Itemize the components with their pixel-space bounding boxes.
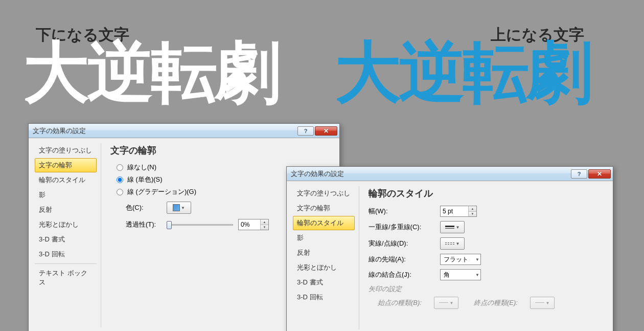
text-effects-dialog-style: 文字の効果の設定 ? ✕ 文字の塗りつぶし 文字の輪郭 輪郭のスタイル 影 反射… <box>286 166 613 331</box>
compound-type-button[interactable]: ▼ <box>440 221 465 233</box>
transparency-slider[interactable] <box>167 219 233 230</box>
spinner-down[interactable]: ▼ <box>469 212 476 217</box>
close-button[interactable]: ✕ <box>315 126 337 136</box>
help-button[interactable]: ? <box>297 126 314 136</box>
radio-input[interactable] <box>117 164 123 171</box>
panel-title: 輪郭のスタイル <box>369 187 604 200</box>
category-sidebar: 文字の塗りつぶし 文字の輪郭 輪郭のスタイル 影 反射 光彩とぼかし 3-D 書… <box>35 143 101 327</box>
dash-label: 実線/点線(D): <box>369 239 440 248</box>
cap-value: フラット <box>444 255 468 264</box>
sidebar-item-glow[interactable]: 光彩とぼかし <box>35 217 97 232</box>
sidebar-item-textbox[interactable]: テキスト ボックス <box>35 266 97 290</box>
sidebar-item-outline-style[interactable]: 輪郭のスタイル <box>293 216 355 230</box>
arrow-group-title: 矢印の設定 <box>369 284 604 294</box>
sample-text-blue: 大逆転劇 <box>335 28 590 118</box>
width-spinner[interactable]: ▲ ▼ <box>440 206 477 217</box>
dialog-title: 文字の効果の設定 <box>33 126 86 136</box>
transparency-label: 透過性(T): <box>126 220 162 229</box>
close-button[interactable]: ✕ <box>588 169 611 179</box>
radio-input[interactable] <box>117 189 123 195</box>
radio-input[interactable] <box>117 176 123 183</box>
help-button[interactable]: ? <box>571 169 587 179</box>
sidebar-item-3d-rotation[interactable]: 3-D 回転 <box>293 290 355 304</box>
category-sidebar: 文字の塗りつぶし 文字の輪郭 輪郭のスタイル 影 反射 光彩とぼかし 3-D 書… <box>293 186 359 329</box>
sidebar-item-fill[interactable]: 文字の塗りつぶし <box>293 186 355 201</box>
arrow-icon <box>535 300 544 305</box>
outline-style-panel: 輪郭のスタイル 幅(W): ▲ ▼ 一重線/多重線(C): ▼ <box>365 186 607 329</box>
chevron-down-icon: ▼ <box>546 301 550 305</box>
chevron-down-icon: ▼ <box>475 273 479 277</box>
sidebar-item-outline[interactable]: 文字の輪郭 <box>35 158 97 172</box>
sidebar-item-reflection[interactable]: 反射 <box>293 246 355 260</box>
color-label: 色(C): <box>126 203 162 212</box>
radio-label: 線なし(N) <box>127 163 156 172</box>
help-icon: ? <box>578 171 581 177</box>
color-swatch-icon <box>173 204 180 211</box>
sidebar-item-glow[interactable]: 光彩とぼかし <box>293 260 355 275</box>
dash-type-button[interactable]: ▼ <box>440 237 465 250</box>
sidebar-item-shadow[interactable]: 影 <box>293 231 355 245</box>
help-icon: ? <box>304 128 308 134</box>
cap-type-combo[interactable]: フラット ▼ <box>440 254 481 265</box>
chevron-down-icon: ▼ <box>450 301 454 305</box>
arrow-end-type-label: 終点の種類(E): <box>474 298 525 307</box>
join-type-combo[interactable]: 角 ▼ <box>440 269 481 280</box>
close-icon: ✕ <box>597 170 602 178</box>
arrow-end-type-button: ▼ <box>530 297 555 309</box>
chevron-down-icon: ▼ <box>456 225 460 230</box>
spinner-up[interactable]: ▲ <box>261 219 268 225</box>
transparency-input[interactable] <box>239 219 260 230</box>
sidebar-item-3d-rotation[interactable]: 3-D 回転 <box>35 247 97 261</box>
sidebar-item-fill[interactable]: 文字の塗りつぶし <box>35 143 97 158</box>
radio-label: 線 (単色)(S) <box>127 175 163 184</box>
slider-thumb[interactable] <box>167 221 172 229</box>
arrow-icon <box>439 300 448 305</box>
chevron-down-icon: ▼ <box>456 241 460 246</box>
sidebar-item-outline-style[interactable]: 輪郭のスタイル <box>35 173 97 187</box>
sidebar-item-outline[interactable]: 文字の輪郭 <box>293 201 355 215</box>
compound-line-icon <box>445 226 454 229</box>
sidebar-item-shadow[interactable]: 影 <box>35 188 97 202</box>
compound-label: 一重線/多重線(C): <box>369 223 440 232</box>
close-icon: ✕ <box>324 127 329 135</box>
sidebar-item-3d-format[interactable]: 3-D 書式 <box>35 232 97 247</box>
titlebar[interactable]: 文字の効果の設定 ? ✕ <box>287 167 613 181</box>
dash-line-icon <box>445 242 454 245</box>
sample-text-white: 大逆転劇 <box>23 28 279 118</box>
spinner-down[interactable]: ▼ <box>261 225 268 230</box>
chevron-down-icon: ▼ <box>475 257 479 262</box>
transparency-spinner[interactable]: ▲ ▼ <box>238 219 269 230</box>
arrow-begin-type-button: ▼ <box>434 297 458 309</box>
radio-label: 線 (グラデーション)(G) <box>127 187 196 196</box>
spinner-up[interactable]: ▲ <box>469 206 476 212</box>
panel-title: 文字の輪郭 <box>110 144 330 157</box>
color-picker-button[interactable]: ▼ <box>167 202 191 214</box>
join-value: 角 <box>444 271 450 279</box>
join-label: 線の結合点(J): <box>369 270 440 279</box>
dialog-title: 文字の効果の設定 <box>291 169 344 179</box>
sidebar-item-3d-format[interactable]: 3-D 書式 <box>293 275 355 290</box>
sidebar-item-reflection[interactable]: 反射 <box>35 203 97 217</box>
arrow-begin-type-label: 始点の種類(B): <box>378 298 429 307</box>
titlebar[interactable]: 文字の効果の設定 ? ✕ <box>29 124 339 138</box>
width-label: 幅(W): <box>369 207 440 216</box>
width-input[interactable] <box>441 206 468 216</box>
cap-label: 線の先端(A): <box>369 255 440 264</box>
chevron-down-icon: ▼ <box>181 206 185 210</box>
